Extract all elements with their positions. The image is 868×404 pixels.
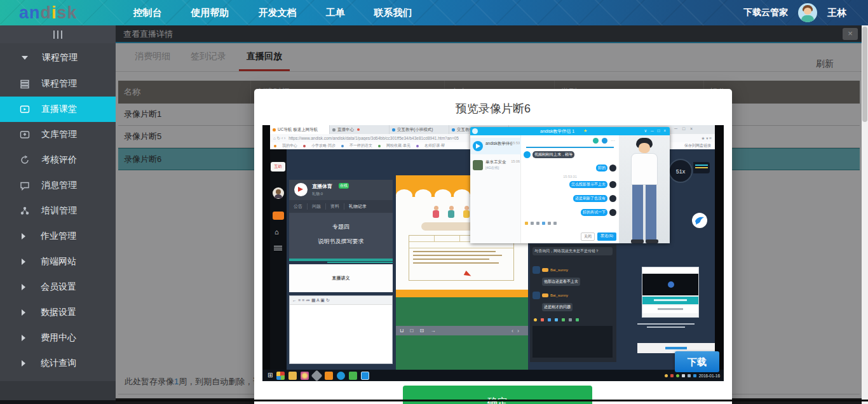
username[interactable]: 王林 (827, 7, 846, 19)
scrollbar[interactable] (862, 25, 868, 404)
sidebar-item-message-mgmt[interactable]: 消息管理 (0, 173, 116, 198)
sidebar-item-assessment[interactable]: 考核评价 (0, 147, 116, 173)
chat-message-right: 好的 (596, 165, 616, 172)
more-icon: ··· (611, 138, 615, 143)
contact-status: [4G在线] (485, 166, 499, 170)
sidebar-group-billing[interactable]: 费用中心 (0, 325, 116, 351)
sidebar-item-live-classroom[interactable]: 直播课堂 (0, 97, 116, 122)
nav-contact[interactable]: 联系我们 (374, 7, 412, 19)
user-avatar[interactable] (798, 3, 817, 22)
person-shoe (631, 239, 644, 243)
msg-avatar (609, 209, 616, 216)
caret-right-icon (22, 259, 25, 265)
sidebar-item-training-mgmt[interactable]: 培训管理 (0, 198, 116, 224)
browser-window-controls: ─ □ × (674, 126, 714, 131)
msg-avatar (609, 195, 616, 202)
room-sub: 礼物:0 (312, 191, 323, 197)
slide-orange-strip (396, 290, 528, 297)
caret-right-icon (22, 309, 25, 316)
sidebar-item-label: 课程管理 (41, 78, 77, 90)
scrollbar-thumb[interactable] (862, 27, 867, 122)
window-bottom-edge (116, 400, 868, 401)
bookmark-icon (274, 145, 276, 147)
bookmark-icon (416, 145, 419, 147)
taskbar-icon-d (361, 372, 369, 380)
board-toolbar: ⊔ □ ⊡ → ‹› (396, 326, 528, 335)
download-manager-link[interactable]: 下载云管家 (743, 7, 788, 18)
history-icon (548, 222, 551, 225)
chat-timestamp: 15:53:31 (521, 175, 619, 178)
grid-icon (569, 318, 572, 321)
url-text: https://www.andisk.com/andisk/data/1/pag… (288, 136, 459, 140)
help-badge: 互助 (271, 162, 285, 172)
contact-row: 单水工安全 [4G在线] 15:06 (470, 157, 521, 173)
contact-time: 15:06 (511, 159, 520, 163)
favicon (273, 128, 276, 131)
chat-window-controls: ∨ ─ □ × (644, 128, 667, 133)
address-bar-right-icons: ★ ▾ ≡ (702, 136, 712, 141)
chat-input-toolbar (525, 222, 557, 225)
chat-blue-divider (526, 147, 614, 148)
sidebar-group-stats[interactable]: 统计查询 (0, 351, 116, 376)
room-logo (294, 183, 308, 196)
chalkboard (396, 297, 528, 376)
sidebar-group-members[interactable]: 会员设置 (0, 274, 116, 300)
andisk-logo[interactable]: andisk (19, 0, 78, 25)
bookmark-icon (303, 145, 306, 147)
sidebar-group-label: 前端网站 (41, 256, 76, 267)
gift-icon (541, 318, 544, 321)
tray-icon (670, 374, 674, 377)
sidebar-item-course-mgmt[interactable]: 课程管理 (0, 71, 116, 97)
teacher-badge (542, 268, 548, 272)
chat-main: ··· 视频刚刚传上来，稍等 好的 15:53:31 怎么投影显示不上去 (521, 135, 619, 243)
sidebar-group-data[interactable]: 数据设置 (0, 300, 116, 325)
nav-help[interactable]: 使用帮助 (191, 7, 229, 19)
sidebar-bottom-strip (0, 400, 116, 404)
preview-chat-window: andisk教学伴侣 1 ★ ∨ ─ □ × andisk教学伴侣 15:53 … (470, 127, 670, 243)
library-video-icon (19, 130, 30, 140)
nav-tickets[interactable]: 工单 (326, 7, 345, 19)
sidebar-group-label: 统计查询 (41, 358, 76, 369)
tray-icon (693, 374, 696, 377)
chat-message-right: 好的再试一下 (581, 209, 616, 216)
browser-nav-icons: ⌂ ↻ ‹ › (273, 136, 285, 141)
contact-name: 单水工安全 (485, 159, 512, 165)
sidebar-group-homework[interactable]: 作业管理 (0, 224, 116, 249)
start-button-icon: ⊞ (268, 372, 273, 379)
chat-title: andisk教学伴侣 1 (540, 128, 574, 135)
chat-app-icon (472, 128, 478, 134)
sidebar-item-library-mgmt[interactable]: 文库管理 (0, 122, 116, 147)
app-root: andisk 控制台 使用帮助 开发文档 工单 联系我们 下载云管家 王林 课程… (0, 0, 868, 404)
favicon (332, 128, 336, 131)
sidebar-group-label: 课程管理 (42, 52, 78, 64)
sidebar-item-label: 考核评价 (41, 154, 77, 166)
audience-input (532, 326, 613, 358)
browser-tab: 直播中心 (330, 125, 390, 134)
nav-dev-docs[interactable]: 开发文档 (259, 7, 297, 19)
browser-tab: 交互教学(小班模式) (390, 125, 449, 134)
sidebar: 课程管理 课程管理 直播课堂 文库管理 考核评价 消息管理 培训管理 作业管理 … (0, 25, 116, 404)
dock-orange-badge (273, 212, 284, 220)
msg-avatar (609, 165, 616, 172)
download-button[interactable]: 下载 (675, 351, 719, 372)
room-tabs: 公告 问题 资料 礼物记录 (289, 200, 393, 213)
browser-tab: UC导航 极速上网导航 (270, 125, 330, 134)
person-face (639, 143, 650, 153)
taskbar-tray: 2016-01-16 (665, 374, 724, 378)
taskbar-icon-app (301, 372, 309, 380)
contact-time: 15:53 (511, 141, 520, 145)
audience-message: 还是刚才的问题 (542, 303, 573, 311)
taskbar-icon-ie (337, 372, 345, 380)
doc-strip: 直播讲义 (289, 264, 393, 292)
sidebar-collapse-button[interactable] (0, 25, 116, 43)
sidebar-group-course[interactable]: 课程管理 (0, 44, 116, 71)
board-tool-icons: ⊔ □ ⊡ → (396, 328, 438, 333)
nav-console[interactable]: 控制台 (133, 7, 162, 19)
emoji-icon (525, 222, 528, 225)
audience-emoji-toolbar (534, 318, 579, 321)
mini-window (642, 267, 699, 318)
audience-avatar (532, 292, 540, 299)
sidebar-group-frontend[interactable]: 前端网站 (0, 249, 116, 274)
voice-call-icon (593, 138, 599, 144)
preview-left-dock: 互助 ⌂ (270, 149, 287, 370)
